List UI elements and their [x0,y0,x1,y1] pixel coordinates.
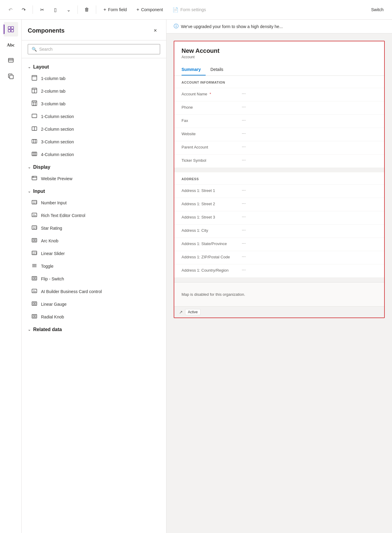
search-icon: 🔍 [32,47,37,52]
list-item[interactable]: 123 Star Rating [22,222,166,235]
switch-button[interactable]: Switch [368,5,387,14]
close-panel-button[interactable]: × [150,26,160,35]
list-item[interactable]: 2-Column section [22,123,166,136]
list-item[interactable]: 123 Number Input [22,196,166,209]
svg-text:Abc: Abc [32,290,36,293]
2col-tab-icon [31,88,37,94]
component-button[interactable]: + Component [133,5,167,14]
field-value-account-name: --- [242,91,377,96]
field-label-phone: Phone [182,104,242,110]
flip-switch-label: Flip - Switch [41,276,64,281]
1col-tab-label: 1-column tab [41,76,65,81]
rich-text-editor-label: Rich Text Editor Control [41,213,85,218]
sidebar-icon-layers[interactable] [4,53,18,68]
2col-tab-label: 2-column tab [41,89,65,94]
field-value-parent-account: --- [242,144,377,149]
form-field-label: Form field [108,7,127,12]
copy-button[interactable]: ▯ [50,4,61,15]
component-label: Component [141,7,163,12]
list-item[interactable]: 4-Column section [22,148,166,161]
1col-section-icon [31,113,37,120]
list-item[interactable]: 123 Linear Slider [22,247,166,260]
close-icon: × [154,27,157,34]
table-row: Parent Account --- [174,141,384,154]
field-label-country: Address 1: Country/Region [182,267,242,273]
components-title: Components [28,27,65,34]
3col-tab-icon [31,101,37,107]
search-container: 🔍 [22,40,166,58]
list-item[interactable]: Abc AI Builder Business Card control [22,285,166,298]
1col-tab-icon [31,75,37,82]
field-label-parent-account: Parent Account [182,144,242,149]
number-input-label: Number Input [41,200,67,205]
arc-knob-icon [31,238,37,244]
list-item[interactable]: Radial Knob [22,311,166,323]
list-item[interactable]: 1-Column section [22,110,166,123]
list-item[interactable]: Linear Gauge [22,298,166,311]
field-label-street1: Address 1: Street 1 [182,188,242,193]
info-icon: ⓘ [174,23,179,30]
svg-rect-46 [35,277,36,279]
undo-button[interactable]: ↶ [5,4,16,15]
list-item[interactable]: Flip - Switch [22,273,166,285]
list-item[interactable]: Abc Rich Text Editor Control [22,209,166,222]
table-row: Address 1: Street 1 --- [174,184,384,198]
sidebar-icon-copy[interactable] [4,69,18,84]
svg-rect-44 [32,276,37,280]
copy-icon [8,73,14,80]
redo-button[interactable]: ↷ [18,4,29,15]
cut-button[interactable]: ✂ [36,4,47,15]
dropdown-button[interactable]: ⌄ [63,4,74,15]
1col-section-label: 1-Column section [41,114,74,119]
toggle-icon [31,263,37,270]
field-value-zip: --- [242,254,377,259]
3col-section-label: 3-Column section [41,139,74,144]
form-field-button[interactable]: + Form field [100,5,131,14]
star-rating-icon: 123 [31,225,37,231]
layout-section-header[interactable]: ⌄ Layout [22,61,166,72]
field-label-state: Address 1: State/Province [182,241,242,246]
website-preview-label: Website Preview [41,176,72,181]
content-area: ⓘ We've upgraded your form to show a hig… [166,20,392,533]
toggle-label: Toggle [41,264,53,269]
list-item[interactable]: 1-column tab [22,72,166,85]
input-section-header[interactable]: ⌄ Input [22,185,166,196]
form-settings-button[interactable]: 📄 Form settings [169,5,210,14]
field-value-street3: --- [242,214,377,219]
field-label-street2: Address 1: Street 2 [182,201,242,206]
field-label-ticker-symbol: Ticker Symbol [182,158,242,163]
list-item[interactable]: 2-column tab [22,85,166,97]
sidebar-icon-grid[interactable] [4,22,18,37]
display-section-header[interactable]: ⌄ Display [22,161,166,172]
related-data-section-header[interactable]: ⌄ Related data [22,323,166,335]
component-list: ⌄ Layout 1-column tab 2-column tab 3-c [22,58,166,533]
svg-rect-45 [33,277,34,279]
svg-rect-17 [32,114,37,118]
2col-section-label: 2-Column section [41,127,74,132]
tab-details[interactable]: Details [210,64,228,75]
tab-summary[interactable]: Summary [182,64,206,75]
table-row: Address 1: Street 2 --- [174,198,384,211]
list-item[interactable]: 3-Column section [22,136,166,148]
field-value-fax: --- [242,118,377,122]
list-item[interactable]: 3-column tab [22,97,166,110]
delete-button[interactable]: 🗑 [81,4,92,15]
svg-rect-1 [11,27,14,29]
svg-rect-20 [32,139,37,143]
address-section: ADDRESS Address 1: Street 1 --- Address … [174,172,384,277]
search-input[interactable] [39,47,156,52]
list-item[interactable]: Toggle [22,260,166,273]
2col-section-icon [31,126,37,132]
svg-rect-8 [32,75,37,80]
svg-rect-27 [32,176,37,180]
toolbar-divider-1 [33,5,33,14]
field-label-city: Address 1: City [182,228,242,233]
list-item[interactable]: Website Preview [22,172,166,185]
list-item[interactable]: Arc Knob [22,235,166,247]
sidebar-icon-text[interactable]: Abc [4,38,18,52]
form-title: New Account [182,47,377,54]
svg-rect-38 [35,239,36,241]
rich-text-icon: Abc [31,212,37,219]
svg-rect-3 [11,30,14,32]
components-header: Components × [22,20,166,40]
